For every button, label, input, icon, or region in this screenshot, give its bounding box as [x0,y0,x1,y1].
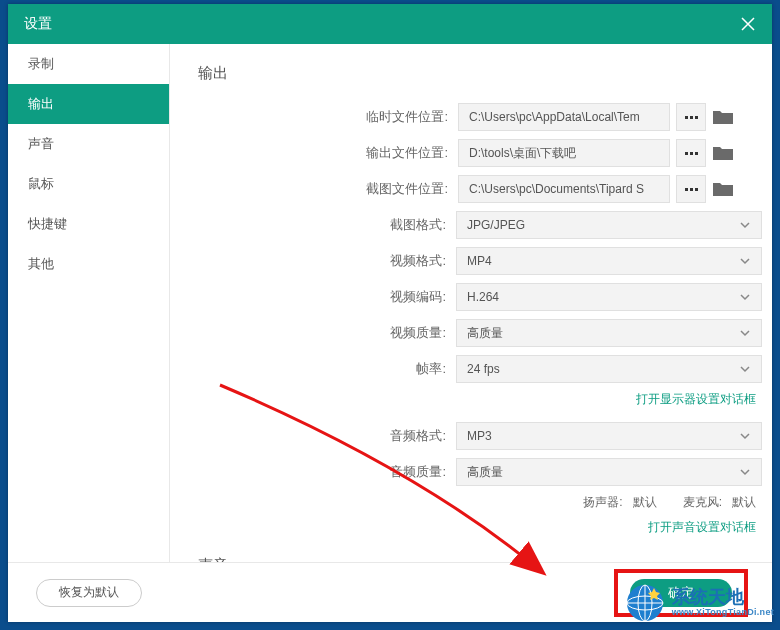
chevron-down-icon [739,327,751,339]
input-output-path[interactable]: D:\tools\桌面\下载吧 [458,139,670,167]
label-audio-quality: 音频质量 [198,463,456,481]
row-temp-path: 临时文件位置 C:\Users\pc\AppData\Local\Tem [198,103,762,131]
label-speaker: 扬声器 [583,494,622,511]
settings-window: 设置 录制 输出 声音 鼠标 快捷键 其他 输出 临时文件位置 C:\Users… [8,4,772,622]
link-sound-settings[interactable]: 打开声音设置对话框 [198,519,762,536]
open-screenshot-folder-icon[interactable] [712,180,734,198]
window-title: 设置 [24,15,52,33]
value-mic: 默认 [732,494,756,511]
row-screenshot-path: 截图文件位置 C:\Users\pc\Documents\Tipard S [198,175,762,203]
chevron-down-icon [739,219,751,231]
sidebar-item-record[interactable]: 录制 [8,44,169,84]
chevron-down-icon [739,255,751,267]
select-audio-quality[interactable]: 高质量 [456,458,762,486]
row-audio-format: 音频格式 MP3 [198,422,762,450]
input-temp-path[interactable]: C:\Users\pc\AppData\Local\Tem [458,103,670,131]
link-display-settings[interactable]: 打开显示器设置对话框 [198,391,762,408]
sidebar-item-output[interactable]: 输出 [8,84,169,124]
select-video-codec[interactable]: H.264 [456,283,762,311]
label-mic: 麦克风 [683,494,722,511]
chevron-down-icon [739,430,751,442]
row-audio-quality: 音频质量 高质量 [198,458,762,486]
label-temp-path: 临时文件位置 [198,108,458,126]
reset-button[interactable]: 恢复为默认 [36,579,142,607]
select-screenshot-format[interactable]: JPG/JPEG [456,211,762,239]
globe-icon [624,582,666,624]
row-video-format: 视频格式 MP4 [198,247,762,275]
row-fps: 帧率 24 fps [198,355,762,383]
row-output-path: 输出文件位置 D:\tools\桌面\下载吧 [198,139,762,167]
browse-screenshot-button[interactable] [676,175,706,203]
close-icon[interactable] [740,16,756,32]
titlebar: 设置 [8,4,772,44]
chevron-down-icon [739,466,751,478]
chevron-down-icon [739,363,751,375]
row-video-codec: 视频编码 H.264 [198,283,762,311]
watermark: 系统天地 www.XiTongTianDi.net [624,582,774,624]
label-output-path: 输出文件位置 [198,144,458,162]
content-output: 输出 临时文件位置 C:\Users\pc\AppData\Local\Tem … [170,44,772,562]
select-video-quality[interactable]: 高质量 [456,319,762,347]
sidebar-item-mouse[interactable]: 鼠标 [8,164,169,204]
select-audio-format[interactable]: MP3 [456,422,762,450]
select-fps[interactable]: 24 fps [456,355,762,383]
section-title-output: 输出 [198,64,762,83]
label-fps: 帧率 [198,360,456,378]
browse-temp-button[interactable] [676,103,706,131]
browse-output-button[interactable] [676,139,706,167]
window-body: 录制 输出 声音 鼠标 快捷键 其他 输出 临时文件位置 C:\Users\pc… [8,44,772,562]
input-screenshot-path[interactable]: C:\Users\pc\Documents\Tipard S [458,175,670,203]
watermark-brand: 系统天地 [672,588,774,608]
select-video-format[interactable]: MP4 [456,247,762,275]
label-video-format: 视频格式 [198,252,456,270]
value-speaker: 默认 [633,494,657,511]
sidebar-item-hotkey[interactable]: 快捷键 [8,204,169,244]
watermark-url: www.XiTongTianDi.net [672,608,774,618]
label-screenshot-format: 截图格式 [198,216,456,234]
chevron-down-icon [739,291,751,303]
label-video-codec: 视频编码 [198,288,456,306]
sidebar: 录制 输出 声音 鼠标 快捷键 其他 [8,44,170,562]
open-temp-folder-icon[interactable] [712,108,734,126]
sidebar-item-sound[interactable]: 声音 [8,124,169,164]
device-row: 扬声器 默认 麦克风 默认 [198,494,762,511]
label-audio-format: 音频格式 [198,427,456,445]
sidebar-item-other[interactable]: 其他 [8,244,169,284]
row-screenshot-format: 截图格式 JPG/JPEG [198,211,762,239]
section-title-sound: 声音 [198,556,762,562]
label-video-quality: 视频质量 [198,324,456,342]
label-screenshot-path: 截图文件位置 [198,180,458,198]
row-video-quality: 视频质量 高质量 [198,319,762,347]
open-output-folder-icon[interactable] [712,144,734,162]
